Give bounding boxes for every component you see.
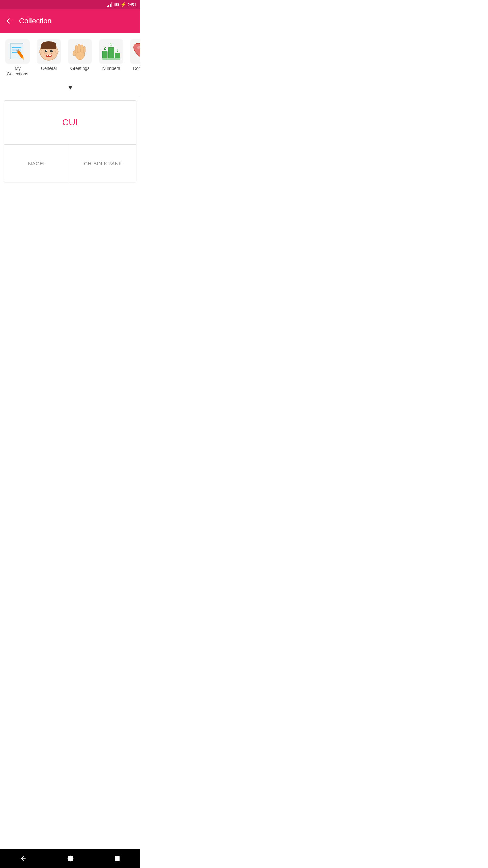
flashcard-container: CUI NAGEL ICH BIN KRANK. xyxy=(4,100,136,182)
flashcard-option-2-text: ICH BIN KRANK. xyxy=(80,158,126,169)
section-divider xyxy=(0,96,140,96)
signal-type: 4G xyxy=(114,2,119,7)
svg-rect-28 xyxy=(81,45,83,52)
category-romance[interactable]: Romance xyxy=(127,38,140,73)
romance-svg xyxy=(132,41,140,62)
svg-rect-26 xyxy=(75,45,78,53)
flashcard-word: CUI xyxy=(62,117,78,128)
category-my-collections-label: My Collections xyxy=(4,66,31,76)
numbers-icon-wrapper: 2 1 3 xyxy=(99,39,123,64)
signal-icon xyxy=(107,2,112,7)
flashcard-option-left[interactable]: NAGEL xyxy=(4,145,70,182)
chevron-down-icon[interactable]: ▾ xyxy=(68,83,72,92)
category-my-collections[interactable]: My Collections xyxy=(3,38,33,78)
svg-text:1: 1 xyxy=(110,43,112,47)
general-icon-wrapper xyxy=(37,39,61,64)
romance-icon-wrapper xyxy=(130,39,140,64)
category-general-label: General xyxy=(41,66,57,71)
svg-point-15 xyxy=(46,50,47,51)
flashcard-question[interactable]: CUI xyxy=(4,101,136,145)
svg-text:2: 2 xyxy=(104,46,106,50)
flashcard-options: NAGEL ICH BIN KRANK. xyxy=(4,145,136,182)
svg-point-17 xyxy=(44,53,45,54)
flashcard-option-right[interactable]: ICH BIN KRANK. xyxy=(70,145,136,182)
category-numbers[interactable]: 2 1 3 Numbers xyxy=(96,38,126,73)
page-title: Collection xyxy=(19,17,52,25)
categories-container: My Collections xyxy=(0,33,140,80)
svg-rect-10 xyxy=(41,45,56,49)
battery-icon: ⚡ xyxy=(120,2,126,7)
status-bar: 4G ⚡ 2:51 xyxy=(0,0,140,9)
svg-point-20 xyxy=(53,53,54,54)
svg-point-18 xyxy=(46,53,47,54)
svg-point-11 xyxy=(39,50,42,54)
svg-rect-29 xyxy=(83,46,85,53)
status-time: 2:51 xyxy=(127,2,136,7)
svg-point-19 xyxy=(51,53,52,54)
category-greetings[interactable]: Greetings xyxy=(65,38,95,73)
svg-rect-22 xyxy=(47,55,48,56)
expand-row[interactable]: ▾ xyxy=(0,80,140,96)
my-collections-svg xyxy=(7,41,28,62)
categories-list: My Collections xyxy=(3,38,138,78)
svg-point-14 xyxy=(50,50,53,52)
svg-rect-23 xyxy=(49,55,51,56)
general-svg xyxy=(39,41,59,62)
category-romance-label: Romance xyxy=(133,66,140,71)
greetings-svg xyxy=(70,41,90,62)
my-collections-icon-wrapper xyxy=(5,39,30,64)
svg-rect-34 xyxy=(115,53,120,58)
svg-point-12 xyxy=(56,50,58,54)
top-bar: Collection xyxy=(0,9,140,33)
category-greetings-label: Greetings xyxy=(70,66,89,71)
greetings-icon-wrapper xyxy=(68,39,92,64)
back-button[interactable] xyxy=(5,17,14,25)
svg-line-7 xyxy=(24,59,24,60)
svg-rect-30 xyxy=(102,51,107,58)
numbers-svg: 2 1 3 xyxy=(101,41,121,62)
status-icons: 4G ⚡ 2:51 xyxy=(107,2,136,7)
svg-text:3: 3 xyxy=(116,48,118,52)
svg-rect-36 xyxy=(102,58,120,60)
svg-rect-32 xyxy=(108,47,114,58)
flashcard-option-1-text: NAGEL xyxy=(25,158,49,169)
svg-point-16 xyxy=(52,50,52,51)
category-numbers-label: Numbers xyxy=(102,66,120,71)
svg-point-13 xyxy=(45,50,47,52)
category-general[interactable]: General xyxy=(34,38,64,73)
svg-rect-27 xyxy=(78,44,80,52)
